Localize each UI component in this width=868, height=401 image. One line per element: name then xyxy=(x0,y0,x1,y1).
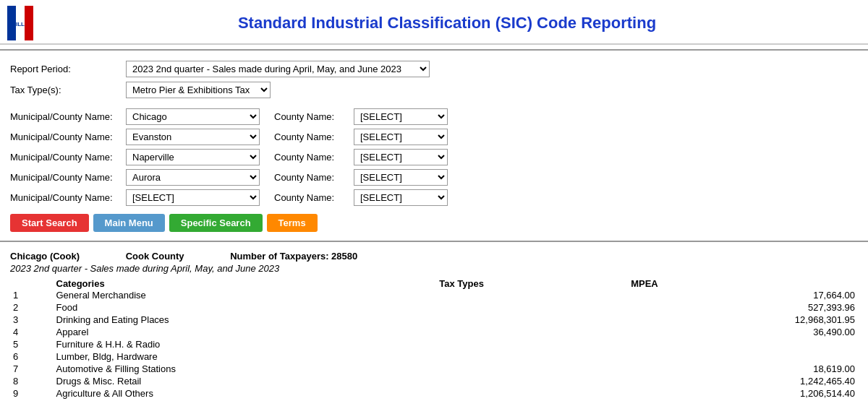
page-header: ILL Standard Industrial Classification (… xyxy=(0,0,868,45)
row-mpea xyxy=(628,350,858,363)
county-label-4: County Name: xyxy=(274,192,354,203)
table-row: 7 Automotive & Filling Stations 18,619.0… xyxy=(10,363,858,375)
tax-type-label: Tax Type(s): xyxy=(10,85,126,95)
results-city: Chicago (Cook) xyxy=(10,251,80,262)
row-category: Drugs & Misc. Retail xyxy=(54,375,437,387)
tax-type-select[interactable]: Metro Pier & Exhibitions Tax xyxy=(126,82,271,98)
row-category: Apparel xyxy=(54,326,437,338)
svg-rect-2 xyxy=(25,6,33,40)
col-header-num xyxy=(10,278,54,289)
row-tax-types xyxy=(436,375,628,387)
row-mpea xyxy=(628,338,858,350)
row-tax-types xyxy=(436,350,628,363)
muni-select-3[interactable]: Aurora xyxy=(126,169,260,186)
table-row: 2 Food 527,393.96 xyxy=(10,301,858,314)
page-title: Standard Industrial Classification (SIC)… xyxy=(33,14,861,33)
row-num: 9 xyxy=(10,387,54,400)
table-row: 5 Furniture & H.H. & Radio xyxy=(10,338,858,350)
row-category: Furniture & H.H. & Radio xyxy=(54,338,437,350)
muni-select-1[interactable]: Evanston xyxy=(126,129,260,145)
results-table: Categories Tax Types MPEA 1 General Merc… xyxy=(10,278,858,401)
row-tax-types xyxy=(436,314,628,326)
specific-search-button[interactable]: Specific Search xyxy=(169,214,263,232)
row-tax-types xyxy=(436,326,628,338)
muni-select-4[interactable]: [SELECT] xyxy=(126,189,260,206)
table-header-row: Categories Tax Types MPEA xyxy=(10,278,858,289)
row-mpea: 36,490.00 xyxy=(628,326,858,338)
muni-label-0: Municipal/County Name: xyxy=(10,111,126,122)
main-menu-button[interactable]: Main Menu xyxy=(93,214,165,232)
county-label-1: County Name: xyxy=(274,131,354,142)
action-buttons: Start Search Main Menu Specific Search T… xyxy=(0,210,868,236)
terms-button[interactable]: Terms xyxy=(267,214,318,232)
row-mpea: 18,619.00 xyxy=(628,363,858,375)
row-category: Food xyxy=(54,301,437,314)
row-tax-types xyxy=(436,387,628,400)
row-num: 3 xyxy=(10,314,54,326)
row-mpea: 17,664.00 xyxy=(628,289,858,301)
form-section: Report Period: 2023 2nd quarter - Sales … xyxy=(0,55,868,108)
row-num: 2 xyxy=(10,301,54,314)
muni-row-3: Municipal/County Name: Aurora County Nam… xyxy=(10,169,858,186)
row-category: Drinking and Eating Places xyxy=(54,314,437,326)
muni-label-1: Municipal/County Name: xyxy=(10,131,126,142)
muni-label-4: Municipal/County Name: xyxy=(10,192,126,203)
col-header-categories: Categories xyxy=(54,278,437,289)
county-select-1[interactable]: [SELECT] xyxy=(354,129,448,145)
county-select-4[interactable]: [SELECT] xyxy=(354,189,448,206)
county-label-2: County Name: xyxy=(274,152,354,163)
muni-county-section: Municipal/County Name: Chicago County Na… xyxy=(0,108,868,206)
svg-rect-0 xyxy=(7,6,16,40)
results-header: Chicago (Cook) Cook County Number of Tax… xyxy=(10,251,858,262)
col-header-mpea: MPEA xyxy=(628,278,858,289)
report-period-label: Report Period: xyxy=(10,64,126,74)
row-num: 7 xyxy=(10,363,54,375)
results-section: Chicago (Cook) Cook County Number of Tax… xyxy=(0,246,868,401)
row-category: Agriculture & All Others xyxy=(54,387,437,400)
muni-row-2: Municipal/County Name: Naperville County… xyxy=(10,149,858,165)
tax-type-row: Tax Type(s): Metro Pier & Exhibitions Ta… xyxy=(10,82,858,98)
muni-select-0[interactable]: Chicago xyxy=(126,108,260,125)
muni-label-3: Municipal/County Name: xyxy=(10,172,126,183)
report-period-select[interactable]: 2023 2nd quarter - Sales made during Apr… xyxy=(126,61,430,77)
county-select-0[interactable]: [SELECT] xyxy=(354,108,448,125)
county-select-3[interactable]: [SELECT] xyxy=(354,169,448,186)
county-label-3: County Name: xyxy=(274,172,354,183)
results-county: Cook County xyxy=(126,251,184,262)
table-row: 1 General Merchandise 17,664.00 xyxy=(10,289,858,301)
muni-label-2: Municipal/County Name: xyxy=(10,152,126,163)
row-mpea: 1,206,514.40 xyxy=(628,387,858,400)
row-mpea: 1,242,465.40 xyxy=(628,375,858,387)
start-search-button[interactable]: Start Search xyxy=(10,214,89,232)
col-header-tax-types: Tax Types xyxy=(436,278,628,289)
row-num: 4 xyxy=(10,326,54,338)
table-row: 3 Drinking and Eating Places 12,968,301.… xyxy=(10,314,858,326)
row-tax-types xyxy=(436,301,628,314)
muni-select-2[interactable]: Naperville xyxy=(126,149,260,165)
row-tax-types xyxy=(436,338,628,350)
table-row: 8 Drugs & Misc. Retail 1,242,465.40 xyxy=(10,375,858,387)
row-num: 6 xyxy=(10,350,54,363)
row-num: 1 xyxy=(10,289,54,301)
county-select-2[interactable]: [SELECT] xyxy=(354,149,448,165)
svg-text:ILL: ILL xyxy=(16,21,25,27)
row-num: 8 xyxy=(10,375,54,387)
header-divider xyxy=(0,49,868,51)
results-divider xyxy=(0,241,868,242)
row-category: Lumber, Bldg, Hardware xyxy=(54,350,437,363)
results-period: 2023 2nd quarter - Sales made during Apr… xyxy=(10,263,858,274)
table-row: 9 Agriculture & All Others 1,206,514.40 xyxy=(10,387,858,400)
results-taxpayers: Number of Taxpayers: 28580 xyxy=(230,251,357,262)
row-tax-types xyxy=(436,363,628,375)
muni-row-1: Municipal/County Name: Evanston County N… xyxy=(10,129,858,145)
county-label-0: County Name: xyxy=(274,111,354,122)
row-num: 5 xyxy=(10,338,54,350)
table-row: 6 Lumber, Bldg, Hardware xyxy=(10,350,858,363)
row-category: General Merchandise xyxy=(54,289,437,301)
row-mpea: 12,968,301.95 xyxy=(628,314,858,326)
table-row: 4 Apparel 36,490.00 xyxy=(10,326,858,338)
illinois-logo: ILL xyxy=(7,6,33,40)
row-mpea: 527,393.96 xyxy=(628,301,858,314)
muni-row-0: Municipal/County Name: Chicago County Na… xyxy=(10,108,858,125)
row-tax-types xyxy=(436,289,628,301)
